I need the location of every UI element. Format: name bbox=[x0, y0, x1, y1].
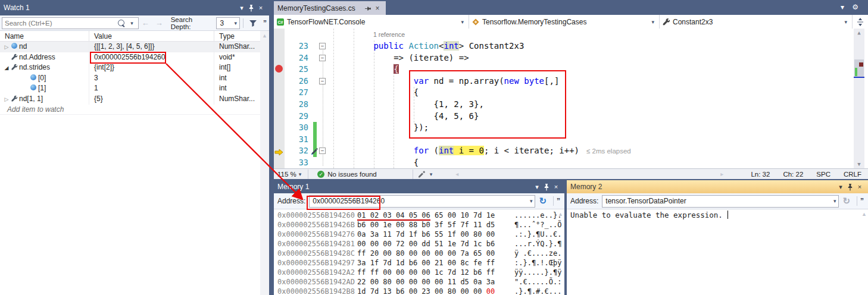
close-icon[interactable]: × bbox=[373, 4, 382, 12]
code-cleanup-icon[interactable] bbox=[416, 170, 427, 178]
watch-value-cell[interactable]: {int[2]} bbox=[89, 62, 214, 73]
memory-row[interactable]: 0x000002556B19426Bb6 00 1e 00 88 b0 3f 5… bbox=[274, 220, 564, 230]
edit-pencil-icon bbox=[311, 146, 318, 156]
address-input[interactable]: 0x000002556B194260 ▾ bbox=[309, 195, 535, 208]
project-dropdown[interactable]: C# TensorFlowNET.Console ▾ bbox=[274, 15, 469, 29]
chevron-down-icon[interactable]: ▾ bbox=[427, 171, 435, 177]
watch-name-cell[interactable]: ◢nd.strides bbox=[0, 62, 89, 73]
column-indicator: Ch: 22 bbox=[776, 171, 810, 178]
fold-toggle-icon[interactable]: − bbox=[319, 148, 326, 154]
pin-icon[interactable] bbox=[363, 4, 373, 12]
memory-row[interactable]: 0x000002556B1942973a 1f 7d 1d b6 00 21 0… bbox=[274, 258, 564, 268]
toolbar-more-icon[interactable]: ” bbox=[557, 197, 561, 205]
window-position-icon[interactable]: ▾ bbox=[237, 1, 246, 14]
codelens-references[interactable]: 1 reference bbox=[373, 31, 405, 38]
memory-row[interactable]: 0x000002556B19428100 00 00 72 00 dd 51 1… bbox=[274, 239, 564, 249]
chevron-down-icon[interactable]: ▾ bbox=[831, 198, 839, 204]
tab-title: MemoryTestingCases.cs bbox=[277, 4, 363, 12]
scroll-up-icon[interactable]: ▲ bbox=[854, 30, 864, 36]
search-icon[interactable] bbox=[118, 20, 124, 26]
close-icon[interactable]: × bbox=[256, 1, 266, 14]
memory-row[interactable]: 0x000002556B1942B81d 7d 13 b6 00 23 00 8… bbox=[274, 287, 564, 295]
split-editor-button[interactable] bbox=[853, 15, 868, 29]
scroll-up-icon[interactable]: ▲ bbox=[861, 211, 867, 217]
memory-row[interactable]: 0x000002556B1942AD22 00 80 00 00 00 00 1… bbox=[274, 277, 564, 287]
code-editor-surface[interactable]: 2324252627282930313233 1 reference publi… bbox=[274, 29, 868, 168]
watch-value-cell[interactable]: {5} bbox=[89, 94, 214, 105]
address-input[interactable]: tensor.TensorDataPointer ▾ bbox=[602, 195, 839, 208]
watch-scrollbar[interactable]: ▲ bbox=[260, 31, 269, 295]
refresh-icon[interactable]: ↻ bbox=[839, 196, 854, 206]
class-dropdown[interactable]: Tensorflow.MemoryTestingCases ▾ bbox=[469, 15, 660, 29]
expander-icon[interactable]: ◢ bbox=[2, 63, 11, 73]
watch-row[interactable]: ◢nd.strides{int[2]}int[] bbox=[0, 62, 260, 73]
watch-name-cell[interactable]: ▷nd bbox=[0, 42, 89, 52]
expander-icon[interactable]: ▷ bbox=[2, 95, 11, 105]
eol-indicator[interactable]: CRLF bbox=[837, 171, 868, 178]
pin-icon[interactable] bbox=[845, 180, 855, 193]
memory-row[interactable]: 0x000002556B19428Cff 20 00 80 00 00 00 0… bbox=[274, 249, 564, 258]
hscroll-right-icon[interactable]: ▸ bbox=[720, 171, 723, 177]
document-list-chevron-icon[interactable]: ▾ bbox=[841, 3, 844, 11]
fold-toggle-icon[interactable]: − bbox=[319, 55, 326, 61]
editor-vertical-scrollbar[interactable]: ▲ ▼ bbox=[854, 29, 864, 168]
search-options-chevron-icon[interactable]: ▾ bbox=[128, 20, 136, 26]
member-dropdown[interactable]: Constant2x3 ▾ bbox=[660, 15, 853, 29]
scroll-up-icon[interactable]: ▲ bbox=[262, 33, 267, 39]
hscroll-left-icon[interactable]: ◂ bbox=[455, 171, 458, 177]
memory-row[interactable]: 0x000002556B1942A2ff ff 00 00 00 00 1c 7… bbox=[274, 268, 564, 277]
add-watch-row[interactable]: Add item to watch bbox=[0, 105, 260, 115]
watch-row[interactable]: nd.Address0x000002556b194260void* bbox=[0, 52, 260, 63]
issues-status[interactable]: No issues found bbox=[327, 171, 376, 178]
watch-row[interactable]: [1]1int bbox=[0, 83, 260, 94]
address-value: 0x000002556B194260 bbox=[310, 197, 527, 205]
column-header-value[interactable]: Value bbox=[89, 31, 214, 41]
watch-row[interactable]: ▷nd{[[1, 2, 3], [4, 5, 6]]}NumShar... bbox=[0, 42, 260, 52]
fold-toggle-icon[interactable]: − bbox=[319, 43, 326, 49]
scroll-down-icon[interactable]: ▼ bbox=[854, 161, 864, 167]
fold-toggle-icon[interactable]: − bbox=[319, 78, 326, 84]
watch-value-cell[interactable]: 3 bbox=[89, 73, 214, 84]
memory-row[interactable]: 0x000002556B19426001 02 03 04 05 06 65 0… bbox=[274, 211, 564, 220]
breakpoint-icon[interactable] bbox=[275, 65, 283, 73]
filter-watch-icon[interactable] bbox=[246, 18, 260, 27]
watch-value-cell[interactable]: {[[1, 2, 3], [4, 5, 6]]} bbox=[89, 42, 214, 52]
window-position-icon[interactable]: ▾ bbox=[836, 180, 845, 193]
search-depth-select[interactable]: 3 ▾ bbox=[216, 17, 240, 29]
watch-name-cell[interactable]: nd.Address bbox=[0, 52, 89, 63]
memory-ascii: ÿÿ.....}.¶ÿ bbox=[514, 268, 561, 277]
watch-name-cell[interactable]: [0] bbox=[0, 73, 89, 84]
memory-row[interactable]: 0x000002556B1942760a 3a 11 7d 1f b6 55 1… bbox=[274, 230, 564, 239]
watch-name-cell[interactable]: [1] bbox=[0, 83, 89, 94]
memory-address: 0x000002556B1942B8 bbox=[277, 287, 355, 295]
zoom-select[interactable]: 115 % ▾ bbox=[274, 171, 305, 178]
pin-icon[interactable] bbox=[542, 180, 551, 193]
scroll-up-icon[interactable]: ▲ bbox=[558, 211, 563, 217]
search-forward-icon[interactable]: → bbox=[152, 18, 166, 27]
member-name: Constant2x3 bbox=[670, 18, 842, 26]
watch-row[interactable]: ▷nd[1, 1]{5}NumShar... bbox=[0, 94, 260, 105]
gear-icon[interactable]: ⚙ bbox=[852, 3, 858, 11]
watch-name-cell[interactable]: ▷nd[1, 1] bbox=[0, 94, 89, 105]
close-icon[interactable]: × bbox=[551, 180, 561, 193]
tab-memorytestingcases[interactable]: MemoryTestingCases.cs × bbox=[274, 1, 386, 15]
search-input[interactable]: Search (Ctrl+E) ▾ bbox=[2, 17, 139, 29]
toolbar-more-icon[interactable]: ” bbox=[860, 197, 864, 205]
expander-icon[interactable]: ▷ bbox=[2, 42, 11, 52]
search-back-icon[interactable]: ← bbox=[139, 18, 152, 27]
refresh-icon[interactable]: ↻ bbox=[535, 196, 550, 206]
watch-value-cell[interactable]: 0x000002556b194260 bbox=[89, 52, 214, 63]
chevron-down-icon[interactable]: ▾ bbox=[527, 198, 535, 204]
window-position-icon[interactable]: ▾ bbox=[532, 180, 542, 193]
memory1-hex-view[interactable]: 0x000002556B19426001 02 03 04 05 06 65 0… bbox=[274, 209, 564, 295]
perf-tip: ≤ 2ms elapsed bbox=[586, 148, 631, 155]
column-header-name[interactable]: Name bbox=[0, 31, 89, 41]
close-icon[interactable]: × bbox=[855, 180, 864, 193]
toolbar-more-icon[interactable]: ” bbox=[263, 19, 267, 27]
watch-row[interactable]: [0]3int bbox=[0, 73, 260, 84]
pin-icon[interactable] bbox=[246, 1, 256, 14]
space-mode-indicator[interactable]: SPC bbox=[810, 171, 837, 178]
watch-value-cell[interactable]: 1 bbox=[89, 83, 214, 94]
memory-address: 0x000002556B194276 bbox=[277, 230, 355, 239]
column-header-type[interactable]: Type bbox=[214, 31, 260, 41]
